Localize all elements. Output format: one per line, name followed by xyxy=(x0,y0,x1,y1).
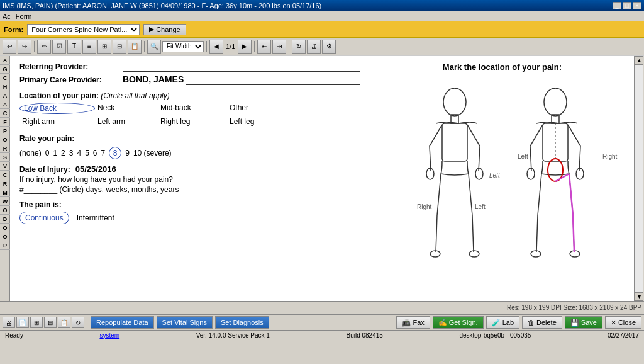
left-tab-a3[interactable]: A xyxy=(0,100,10,109)
menu-ac[interactable]: Ac xyxy=(3,13,11,20)
toolbar-zoom-in[interactable]: 🔍 xyxy=(147,40,161,54)
location-right-leg[interactable]: Right leg xyxy=(158,117,227,127)
left-tab-a2[interactable]: A xyxy=(0,91,10,100)
bottom-icon-2[interactable]: 📄 xyxy=(16,317,29,328)
pain-type-intermittent[interactable]: Intermittent xyxy=(77,213,114,222)
pain-type-continuous[interactable]: Continuous xyxy=(19,212,69,224)
body-diagram-title: Mark the location of your pain: xyxy=(443,62,562,72)
close-btn-bottom[interactable]: ✕ Close xyxy=(605,316,641,329)
right-scrollbar[interactable]: ▲ ▼ xyxy=(634,56,644,301)
rating-7[interactable]: 7 xyxy=(101,149,106,157)
left-tab-a1[interactable]: A xyxy=(0,56,10,65)
change-button[interactable]: ▶ Change xyxy=(143,24,186,35)
location-neck[interactable]: Neck xyxy=(95,103,158,114)
left-tab-p[interactable]: P xyxy=(0,127,10,135)
bottom-icon-5[interactable]: 📋 xyxy=(58,317,70,328)
status-version: Ver. 14.0.0 Service Pack 1 xyxy=(196,332,270,339)
close-btn[interactable]: × xyxy=(633,2,641,9)
left-tab-r2[interactable]: R xyxy=(0,179,10,188)
toolbar-btn-8[interactable]: 📋 xyxy=(128,40,142,54)
body-diagram-svg[interactable]: Right Left xyxy=(379,77,625,278)
left-tab-c1[interactable]: C xyxy=(0,74,10,82)
set-diagnosis-btn[interactable]: Set Diagnosis xyxy=(215,316,269,329)
menu-form[interactable]: Form xyxy=(16,13,32,20)
left-tab-w[interactable]: W xyxy=(0,197,10,206)
location-other[interactable]: Other xyxy=(227,103,277,114)
left-tab-p2[interactable]: P xyxy=(0,241,10,250)
svg-line-18 xyxy=(573,215,574,252)
maximize-btn[interactable]: □ xyxy=(623,2,631,9)
lab-btn[interactable]: 🧪 Lab xyxy=(486,316,519,329)
toolbar-next[interactable]: ▶ xyxy=(238,40,252,54)
location-low-back[interactable]: Low Back xyxy=(19,103,95,114)
bottom-icon-3[interactable]: ⊞ xyxy=(30,317,43,328)
rating-5[interactable]: 5 xyxy=(85,149,89,157)
bottom-icon-4[interactable]: ⊟ xyxy=(44,317,57,328)
left-tab-v[interactable]: V xyxy=(0,162,10,171)
minimize-btn[interactable]: _ xyxy=(613,2,621,9)
toolbar-btn-2[interactable]: ↪ xyxy=(18,40,31,54)
left-tab-d[interactable]: D xyxy=(0,215,10,224)
svg-point-13 xyxy=(531,251,541,257)
rating-4[interactable]: 4 xyxy=(77,149,81,157)
bottom-icon-6[interactable]: ↻ xyxy=(72,317,84,328)
toolbar-btn-text[interactable]: T xyxy=(67,40,81,54)
fit-width-select[interactable]: Fit Width xyxy=(162,41,204,52)
rating-9[interactable]: 9 xyxy=(125,149,130,157)
left-tab-o3[interactable]: O xyxy=(0,224,10,232)
left-tab-f[interactable]: F xyxy=(0,118,10,127)
bottom-icon-1[interactable]: 🖨 xyxy=(3,317,15,328)
toolbar-print[interactable]: 🖨 xyxy=(307,40,321,54)
repopulate-btn[interactable]: Repopulate Data xyxy=(91,316,154,329)
toolbar-btn-7[interactable]: ⊟ xyxy=(113,40,126,54)
left-tab-r[interactable]: R xyxy=(0,144,10,153)
rating-1[interactable]: 1 xyxy=(53,149,57,157)
save-btn[interactable]: 💾 Save xyxy=(565,316,602,329)
fax-btn[interactable]: 📠 Fax xyxy=(396,316,430,329)
left-tab-c3[interactable]: C xyxy=(0,171,10,179)
left-tab-o4[interactable]: O xyxy=(0,232,10,241)
front-right-label: Left xyxy=(475,203,486,210)
toolbar-btn-5[interactable]: ≡ xyxy=(82,40,96,54)
left-tab-m[interactable]: M xyxy=(0,188,10,197)
toolbar-btn-1[interactable]: ↩ xyxy=(3,40,16,54)
toolbar-btn-pen[interactable]: ✏ xyxy=(37,40,51,54)
location-right-arm[interactable]: Right arm xyxy=(19,117,95,127)
rating-6[interactable]: 6 xyxy=(93,149,97,157)
svg-point-6 xyxy=(469,251,479,257)
left-tab-h[interactable]: H xyxy=(0,82,10,91)
location-left-arm[interactable]: Left arm xyxy=(95,117,158,127)
scroll-down[interactable]: ▼ xyxy=(635,292,643,301)
rating-2[interactable]: 2 xyxy=(61,149,65,157)
lab-icon: 🧪 xyxy=(492,319,501,327)
get-sign-btn[interactable]: ✍ Get Sign. xyxy=(433,316,484,329)
toolbar-end[interactable]: ⇥ xyxy=(272,40,286,54)
svg-line-17 xyxy=(569,174,573,215)
referring-provider-label: Referring Provider: xyxy=(19,62,120,71)
toolbar-settings[interactable]: ⚙ xyxy=(322,40,336,54)
rating-3[interactable]: 3 xyxy=(69,149,74,157)
toolbar-refresh[interactable]: ↻ xyxy=(292,40,306,54)
rating-8-circled[interactable]: 8 xyxy=(109,147,121,159)
primary-care-label: Primary Care Provider: xyxy=(19,76,120,84)
scroll-up[interactable]: ▲ xyxy=(635,56,643,65)
referring-provider-line xyxy=(123,62,360,72)
left-tab-o2[interactable]: O xyxy=(0,206,10,215)
delete-btn[interactable]: 🗑 Delete xyxy=(522,316,562,329)
left-tab-s[interactable]: S xyxy=(0,153,10,162)
rating-0[interactable]: 0 xyxy=(45,149,50,157)
left-tab-o1[interactable]: O xyxy=(0,135,10,144)
primary-care-value: BOND, JAMES xyxy=(123,74,184,84)
toolbar-btn-6[interactable]: ⊞ xyxy=(97,40,111,54)
rating-10[interactable]: 10 (severe) xyxy=(133,149,172,157)
location-mid-back[interactable]: Mid-back xyxy=(158,103,227,114)
location-left-leg[interactable]: Left leg xyxy=(227,117,277,127)
toolbar-prev[interactable]: ◀ xyxy=(209,40,223,54)
set-vitals-btn[interactable]: Set Vital Signs xyxy=(157,316,213,329)
left-tab-g[interactable]: G xyxy=(0,65,10,74)
svg-point-4 xyxy=(475,168,483,179)
toolbar-home[interactable]: ⇤ xyxy=(257,40,271,54)
form-select[interactable]: Four Corners Spine New Pati... xyxy=(27,24,140,35)
left-tab-c2[interactable]: C xyxy=(0,109,10,118)
toolbar-btn-check[interactable]: ☑ xyxy=(52,40,66,54)
